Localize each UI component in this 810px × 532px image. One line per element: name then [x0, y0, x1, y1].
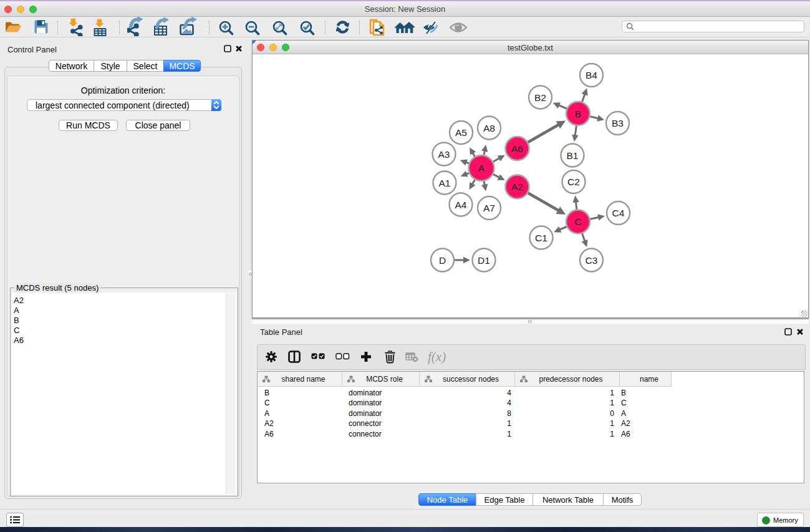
svg-text:A3: A3: [438, 149, 450, 160]
svg-text:A5: A5: [455, 127, 467, 138]
svg-text:A4: A4: [455, 200, 467, 210]
svg-text:D1: D1: [478, 255, 490, 266]
svg-text:A8: A8: [483, 123, 495, 133]
svg-text:A1: A1: [439, 178, 451, 188]
svg-text:A2: A2: [511, 181, 523, 192]
svg-text:B3: B3: [612, 118, 624, 128]
svg-text:C3: C3: [586, 255, 598, 266]
svg-text:B2: B2: [534, 92, 546, 103]
svg-text:C: C: [574, 216, 581, 227]
svg-text:B1: B1: [567, 150, 579, 161]
svg-text:C1: C1: [535, 233, 547, 243]
svg-text:A: A: [478, 163, 485, 173]
svg-text:A6: A6: [511, 143, 523, 154]
svg-text:A7: A7: [483, 203, 495, 213]
svg-text:C2: C2: [567, 177, 580, 187]
svg-text:B: B: [575, 109, 581, 119]
svg-text:D: D: [439, 255, 446, 266]
svg-text:B4: B4: [586, 70, 597, 80]
svg-text:C4: C4: [612, 208, 625, 218]
